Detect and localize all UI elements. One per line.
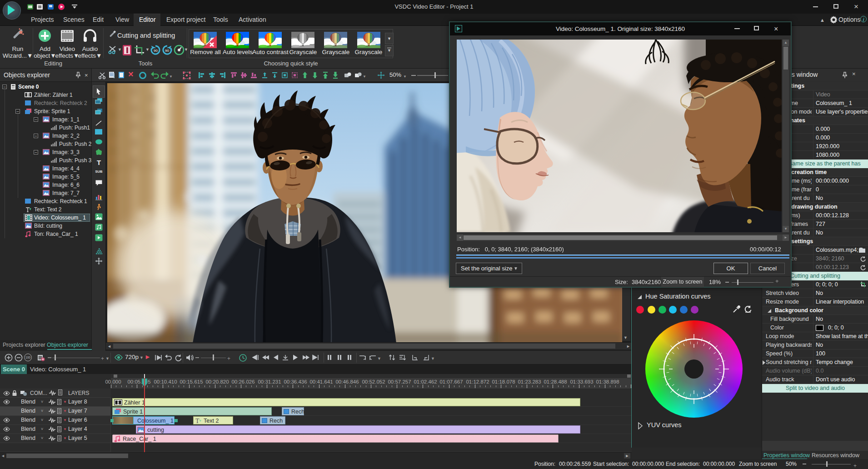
- svg-text:90: 90: [165, 49, 169, 53]
- svg-text:90: 90: [154, 49, 158, 53]
